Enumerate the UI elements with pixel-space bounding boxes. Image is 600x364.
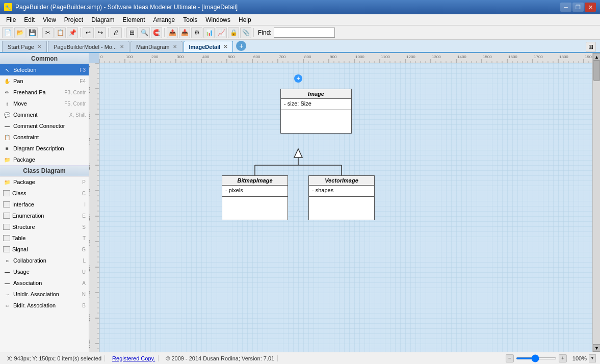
zoom-out-button[interactable]: −: [506, 354, 514, 362]
svg-text:1700: 1700: [534, 55, 543, 59]
toolbar-snap[interactable]: 🧲: [151, 27, 162, 38]
panel-item-constraint[interactable]: 📋 Constraint: [0, 132, 89, 143]
diagram-canvas[interactable]: + Image - size: Size BitmapImage - pixel…: [99, 63, 592, 352]
uml-class-bitmap[interactable]: BitmapImage - pixels: [222, 175, 288, 220]
panel-item-signal[interactable]: Signal G: [0, 244, 89, 255]
find-section: Find:: [258, 28, 335, 38]
svg-text:1000: 1000: [355, 55, 364, 59]
zoom-in-button[interactable]: +: [559, 354, 567, 362]
canvas-area[interactable]: 0100200300400500600700800900100011001200…: [89, 53, 592, 352]
uml-class-vector[interactable]: VectorImage - shapes: [308, 175, 375, 220]
panel-item-interface[interactable]: Interface I: [0, 199, 89, 210]
svg-text:1500: 1500: [483, 55, 492, 59]
usage-key: U: [82, 269, 86, 275]
panel-item-collaboration[interactable]: ○ Collaboration L: [0, 255, 89, 266]
toolbar-export[interactable]: 📤: [167, 27, 178, 38]
scrollbar-up[interactable]: ▲: [593, 53, 600, 61]
menu-arrange[interactable]: Arrange: [149, 15, 179, 24]
panel-item-move[interactable]: ↕ Move F5, Contr: [0, 98, 89, 109]
tab-start[interactable]: Start Page ✕: [2, 41, 47, 52]
uml-image-title: Image: [281, 89, 351, 99]
toolbar-new[interactable]: 📄: [2, 27, 13, 38]
toolbar-more1[interactable]: 📊: [203, 27, 215, 38]
toolbar-config[interactable]: ⚙: [191, 27, 202, 38]
left-panel: Common ↖ Selection F3 ✋ Pan F4 ✏ Freehan…: [0, 53, 89, 352]
toolbar-cut[interactable]: ✂: [42, 27, 54, 38]
toolbar-copy[interactable]: 📋: [55, 27, 66, 38]
tab-add-button[interactable]: +: [236, 41, 246, 51]
menu-windows[interactable]: Windows: [201, 15, 234, 24]
panel-item-table[interactable]: Table T: [0, 232, 89, 244]
tab-imagedetail-close[interactable]: ✕: [223, 44, 227, 49]
panel-item-unidir-assoc[interactable]: → Unidir. Association N: [0, 289, 89, 300]
uml-class-image[interactable]: Image - size: Size: [280, 89, 352, 134]
panel-item-comment[interactable]: 💬 Comment X, Shift: [0, 109, 89, 120]
scrollbar-track[interactable]: [593, 61, 600, 344]
panel-item-enumeration[interactable]: Enumeration E: [0, 210, 89, 221]
add-element-button[interactable]: +: [294, 74, 302, 83]
zoom-slider[interactable]: [516, 357, 557, 359]
toolbar-more2[interactable]: 📈: [216, 27, 227, 38]
svg-text:600: 600: [253, 55, 260, 59]
menu-edit[interactable]: Edit: [20, 15, 39, 24]
panel-item-freehand[interactable]: ✏ Freehand Pa F3, Contr: [0, 87, 89, 98]
menu-view[interactable]: View: [39, 15, 60, 24]
pan-icon: ✋: [3, 77, 11, 85]
diagram-description-label: Diagram Description: [13, 145, 86, 151]
panel-item-comment-connector[interactable]: — Comment Connector: [0, 120, 89, 132]
tab-main-close[interactable]: ✕: [173, 44, 177, 49]
toolbar-sep2: [80, 28, 81, 37]
panel-item-diagram-description[interactable]: ≡ Diagram Description: [0, 143, 89, 154]
toolbar-print[interactable]: 🖨: [111, 27, 122, 38]
toolbar-redo[interactable]: ↪: [95, 27, 106, 38]
tab-imagedetail[interactable]: ImageDetail ✕: [184, 41, 233, 52]
toolbar-import[interactable]: 📥: [179, 27, 190, 38]
panel-item-package-common[interactable]: 📁 Package: [0, 154, 89, 165]
toolbar-undo[interactable]: ↩: [83, 27, 94, 38]
tab-pagebuilder-close[interactable]: ✕: [120, 44, 124, 49]
usage-label: Usage: [13, 269, 80, 275]
menu-file[interactable]: File: [2, 15, 20, 24]
find-input[interactable]: [274, 28, 335, 38]
panel-item-selection[interactable]: ↖ Selection F3: [0, 64, 89, 75]
menu-project[interactable]: Project: [60, 15, 87, 24]
tab-start-close[interactable]: ✕: [37, 44, 41, 49]
toolbar-more4[interactable]: 📎: [240, 27, 251, 38]
toolbar-open[interactable]: 📂: [14, 27, 25, 38]
status-registered[interactable]: Registered Copy.: [109, 355, 159, 361]
panel-item-usage[interactable]: — Usage U: [0, 266, 89, 277]
panel-item-association[interactable]: — Association A: [0, 277, 89, 289]
right-scrollbar[interactable]: ▲ ▼: [592, 53, 600, 352]
restore-button[interactable]: ❐: [572, 3, 584, 12]
uml-vector-attributes: - shapes: [309, 186, 374, 197]
panel-item-pan[interactable]: ✋ Pan F4: [0, 75, 89, 87]
toolbar-zoom-in[interactable]: 🔍: [139, 27, 150, 38]
toolbar-more3[interactable]: 🔒: [228, 27, 239, 38]
association-icon: —: [3, 279, 11, 287]
scrollbar-down[interactable]: ▼: [593, 344, 600, 352]
svg-text:1000: 1000: [89, 314, 91, 323]
tab-main[interactable]: MainDiagram ✕: [131, 41, 182, 52]
class-key: C: [82, 191, 86, 196]
zoom-dropdown-button[interactable]: ▼: [589, 354, 596, 362]
tab-pagebuilder[interactable]: PageBuilderModel - Mo... ✕: [48, 41, 129, 52]
panel-item-class[interactable]: Class C: [0, 188, 89, 199]
panel-item-package[interactable]: 📁 Package P: [0, 176, 89, 188]
menu-help[interactable]: Help: [234, 15, 255, 24]
close-button[interactable]: ✕: [585, 3, 596, 12]
toolbar-save[interactable]: 💾: [27, 27, 38, 38]
menu-diagram[interactable]: Diagram: [87, 15, 118, 24]
toolbar-paste[interactable]: 📌: [67, 27, 78, 38]
panel-item-bidir-assoc[interactable]: ↔ Bidir. Association B: [0, 300, 89, 311]
svg-text:1900: 1900: [585, 55, 592, 59]
menu-element[interactable]: Element: [119, 15, 149, 24]
scrollbar-thumb[interactable]: [593, 61, 600, 81]
svg-text:1300: 1300: [432, 55, 441, 59]
panel-item-structure[interactable]: Structure S: [0, 221, 89, 232]
comment-key: X, Shift: [69, 112, 86, 118]
window-title: PageBuilder (PageBuilder.simp) - Softwar…: [15, 4, 560, 11]
minimize-button[interactable]: ─: [560, 3, 571, 12]
toolbar-grid[interactable]: ⊞: [126, 27, 138, 38]
menu-tools[interactable]: Tools: [179, 15, 201, 24]
diagram-grid-toggle[interactable]: ⊞: [586, 42, 596, 52]
